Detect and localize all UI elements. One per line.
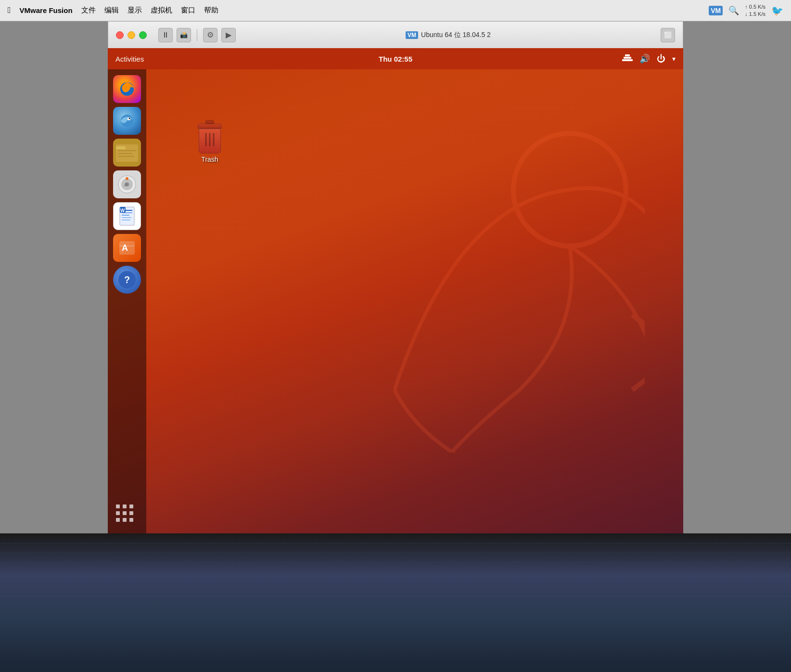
dock-item-files[interactable] (113, 139, 141, 167)
svg-rect-22 (122, 217, 131, 218)
grid-dot (123, 504, 127, 508)
menu-vm[interactable]: 虚拟机 (151, 6, 172, 15)
vm-icon: VM (406, 31, 418, 39)
grid-dot (129, 511, 133, 515)
ubuntu-dock: ♫ W (108, 69, 146, 533)
pause-icon[interactable]: ⏸ (158, 28, 173, 42)
vmware-window-title: VM Ubuntu 64 位 18.04.5 2 (242, 31, 655, 39)
vmware-toolbar: ⏸ 📸 ⚙ ▶ (158, 28, 236, 42)
vmware-title-text: Ubuntu 64 位 18.04.5 2 (421, 31, 491, 39)
dock-item-help[interactable]: ? (113, 266, 141, 294)
svg-text:W: W (120, 208, 125, 213)
svg-rect-2 (624, 57, 631, 59)
show-applications-button[interactable] (114, 503, 140, 522)
network-icon[interactable] (622, 53, 633, 65)
svg-rect-12 (118, 156, 134, 157)
water-reflection-3 (0, 562, 791, 563)
grid-dot (129, 504, 133, 508)
trash-icon[interactable]: Trash (194, 123, 225, 163)
traffic-lights (116, 31, 147, 39)
svg-rect-3 (625, 54, 630, 56)
svg-point-7 (129, 118, 130, 119)
vmware-tray-icon-2[interactable]: 🔍 (728, 5, 739, 16)
grid-dot (123, 511, 127, 515)
trash-lid (198, 124, 222, 129)
grid-dot (129, 518, 133, 522)
trash-line (213, 133, 215, 146)
window-expand-button[interactable]: ⬜ (661, 28, 675, 42)
dock-item-thunderbird[interactable] (113, 107, 141, 135)
mac-dock-area (0, 533, 791, 672)
trash-image (194, 123, 225, 154)
grid-dot (116, 511, 120, 515)
svg-rect-9 (116, 146, 126, 149)
svg-text:?: ? (124, 274, 130, 285)
dock-item-writer[interactable]: W (113, 202, 141, 230)
svg-text:A: A (122, 243, 128, 253)
dock-item-firefox[interactable] (113, 75, 141, 103)
settings-icon[interactable]: ⚙ (203, 28, 217, 42)
network-speed-down: ↓ 1.5 K/s (745, 11, 765, 17)
svg-text:♫: ♫ (124, 182, 128, 187)
trash-line (209, 133, 211, 146)
grid-dot (123, 518, 127, 522)
vmware-window: ⏸ 📸 ⚙ ▶ VM Ubuntu 64 位 18.04.5 2 ⬜ (108, 21, 683, 533)
svg-point-16 (126, 177, 128, 180)
water-reflection-5 (0, 596, 791, 597)
app-name-menu[interactable]: VMware Fusion (20, 6, 73, 14)
ubuntu-tux-watermark (332, 77, 645, 452)
vmware-titlebar: ⏸ 📸 ⚙ ▶ VM Ubuntu 64 位 18.04.5 2 ⬜ (108, 21, 683, 48)
activities-button[interactable]: Activities (115, 55, 144, 63)
bird-icon[interactable]: 🐦 (771, 5, 783, 16)
network-speed-display: ↑ 0.5 K/s ↓ 1.5 K/s (745, 3, 765, 17)
water-reflection-4 (0, 577, 791, 577)
apple-menu-icon[interactable]:  (8, 5, 11, 15)
mac-menubar-right: VM 🔍 ↑ 0.5 K/s ↓ 1.5 K/s 🐦 (709, 3, 783, 17)
trash-body (199, 129, 221, 154)
dock-item-appcenter[interactable]: A (113, 234, 141, 262)
trash-lines (205, 133, 215, 146)
trash-handle (205, 120, 214, 124)
toolbar-separator (197, 29, 197, 41)
ubuntu-desktop: Activities Thu 02:55 🔊 ⏻ (108, 48, 683, 533)
minimize-button[interactable] (128, 31, 135, 39)
menu-edit[interactable]: 编辑 (104, 6, 119, 15)
menu-file[interactable]: 文件 (81, 6, 96, 15)
menu-window[interactable]: 窗口 (181, 6, 195, 15)
topbar-dropdown-icon[interactable]: ▾ (672, 55, 676, 63)
svg-rect-1 (622, 59, 633, 61)
trash-line (205, 133, 207, 146)
svg-rect-11 (118, 153, 132, 154)
menu-display[interactable]: 显示 (128, 6, 142, 15)
ubuntu-topbar: Activities Thu 02:55 🔊 ⏻ (108, 48, 683, 69)
water-reflection-1 (0, 543, 791, 543)
grid-dot (116, 518, 120, 522)
snapshot-icon[interactable]: 📸 (177, 28, 191, 42)
network-speed-up: ↑ 0.5 K/s (745, 3, 765, 10)
dock-item-rhythmbox[interactable]: ♫ (113, 170, 141, 198)
close-button[interactable] (116, 31, 124, 39)
volume-icon[interactable]: 🔊 (639, 53, 650, 64)
svg-rect-21 (122, 215, 129, 216)
trash-label: Trash (201, 155, 218, 163)
svg-rect-10 (118, 150, 136, 151)
system-clock[interactable]: Thu 02:55 (379, 55, 412, 63)
vmware-tray-icon-1[interactable]: VM (709, 6, 723, 15)
menu-help[interactable]: 帮助 (204, 6, 218, 15)
svg-rect-23 (122, 220, 130, 220)
ubuntu-topbar-right: 🔊 ⏻ ▾ (622, 53, 676, 65)
grid-dot (116, 504, 120, 508)
arrow-icon[interactable]: ▶ (221, 28, 236, 42)
power-icon[interactable]: ⏻ (657, 54, 665, 64)
water-reflection-2 (0, 553, 791, 553)
mac-menubar:  VMware Fusion 文件 编辑 显示 虚拟机 窗口 帮助 VM 🔍 … (0, 0, 791, 21)
maximize-button[interactable] (139, 31, 147, 39)
